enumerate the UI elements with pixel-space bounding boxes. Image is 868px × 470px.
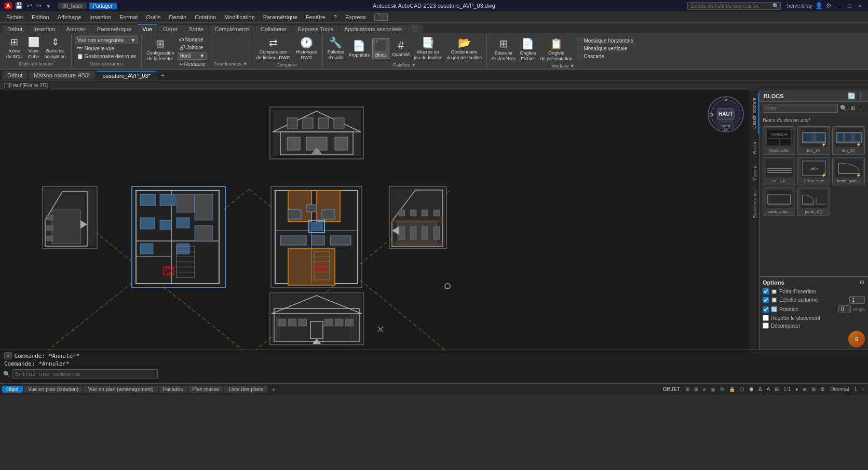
- block-porte-plac[interactable]: porte_plac...: [763, 187, 795, 216]
- btn-onglets-fichier[interactable]: 📄 Onglets Fichier: [518, 36, 537, 62]
- status-grid2[interactable]: ⊞: [693, 386, 700, 393]
- checkbox-decomposer[interactable]: [763, 323, 769, 329]
- tab-collaborer[interactable]: Collaborer: [255, 25, 292, 33]
- status-arrow[interactable]: ↕: [860, 386, 866, 393]
- ribbon-settings[interactable]: ⚙: [826, 2, 832, 9]
- status-plus[interactable]: ⊕: [801, 386, 808, 393]
- btn-onglets-presentation[interactable]: 📋 Onglets de présentation: [538, 36, 574, 62]
- tab-parametrique[interactable]: Paramétrique: [92, 25, 137, 33]
- menu-express[interactable]: Express: [341, 13, 370, 21]
- dropdown-nord[interactable]: Nord▼: [178, 52, 207, 60]
- tab-doc-h03[interactable]: Maison ossature H03*: [29, 71, 95, 79]
- search-input[interactable]: [687, 2, 781, 10]
- menu-outils[interactable]: Outils: [142, 13, 165, 21]
- btn-barre-navigation[interactable]: ⇕ Barre denavigation: [43, 35, 68, 60]
- checkbox-echelle[interactable]: [763, 297, 769, 303]
- btn-mosaique-v[interactable]: ⬛Mosaïque verticale: [575, 45, 635, 52]
- btn-macros[interactable]: 📑 Macros du jeu de feuilles: [412, 35, 444, 61]
- status-lock[interactable]: 🔒: [727, 386, 737, 393]
- qa-undo[interactable]: ↩: [26, 2, 33, 9]
- btn-joindre[interactable]: 🔗Joindre: [178, 44, 207, 51]
- block-porte-so[interactable]: porte_SO: [797, 187, 830, 216]
- tab-vue-cotation[interactable]: Vue en plan (cotation): [24, 386, 83, 393]
- menu-affichage[interactable]: Affichage: [53, 13, 86, 21]
- btn-mosaique-h[interactable]: ⬛Mosaïque horizontale: [575, 37, 635, 44]
- block-pf3v[interactable]: PF_3V: [763, 157, 795, 185]
- side-tab-dessin-courant[interactable]: Dessin courant: [751, 92, 759, 134]
- btn-blocs[interactable]: ⬛ Blocs: [372, 38, 389, 59]
- panel-btn-2[interactable]: ⋮: [858, 92, 864, 100]
- btn-basculer-fenetres[interactable]: ⊞ Basculer les fenêtres: [490, 36, 518, 62]
- tab-add[interactable]: ⬛: [408, 24, 423, 33]
- block-cartouche[interactable]: CARTOUCHE Cartouche: [763, 126, 795, 155]
- tab-facades[interactable]: Facades: [159, 386, 187, 393]
- status-gear[interactable]: ⚙: [819, 386, 826, 393]
- maximize-btn[interactable]: □: [846, 3, 853, 9]
- panel-btn-1[interactable]: 🔄: [848, 92, 856, 100]
- qa-redo[interactable]: ↪: [35, 2, 43, 9]
- status-hex2[interactable]: ⬢: [748, 386, 755, 393]
- menu-icon[interactable]: ⬛: [374, 13, 388, 21]
- status-hex1[interactable]: ⬡: [738, 386, 746, 393]
- side-tab-bibliotheques[interactable]: Bibliothèques: [751, 185, 758, 223]
- status-scale[interactable]: 1:1: [782, 386, 792, 393]
- side-tab-favoris[interactable]: Favoris: [751, 159, 758, 185]
- options-gear-icon[interactable]: ⚙: [859, 279, 865, 286]
- menu-cotation[interactable]: Cotation: [191, 13, 220, 21]
- status-objet[interactable]: OBJET: [661, 386, 682, 393]
- tab-gerer[interactable]: Gérer: [158, 25, 183, 33]
- btn-nomme[interactable]: 🏷Nommé: [178, 36, 207, 43]
- btn-view-cube[interactable]: ⬜ ViewCube: [26, 35, 42, 60]
- menu-modification[interactable]: Modification: [220, 13, 259, 21]
- input-rotation[interactable]: [838, 305, 851, 313]
- checkbox-repeter[interactable]: [763, 315, 769, 321]
- status-grid1[interactable]: ⊞: [684, 386, 691, 393]
- tab-doc-debut[interactable]: Début: [2, 71, 28, 79]
- status-circle[interactable]: ◎: [709, 386, 717, 393]
- user-icon[interactable]: 👤: [815, 2, 823, 9]
- share-btn[interactable]: Partager: [89, 3, 117, 9]
- status-decimal[interactable]: Décimal: [828, 386, 851, 393]
- tab-vue-amenagement[interactable]: Vue en plan (aménagement): [84, 386, 157, 393]
- side-tab-recent[interactable]: Récent: [751, 134, 758, 159]
- cmd-close-btn-1[interactable]: ×: [4, 352, 12, 359]
- tab-plan-masse[interactable]: Plan masse: [188, 386, 223, 393]
- qa-save[interactable]: 💾: [14, 2, 24, 9]
- status-grid3[interactable]: ⊞: [773, 386, 780, 393]
- filter-search-icon[interactable]: 🔍: [839, 104, 848, 113]
- btn-icone-scu[interactable]: ⊞ Icônedu SCU: [4, 35, 25, 60]
- tab-sortie[interactable]: Sortie: [183, 25, 209, 33]
- status-diamond[interactable]: ♦: [794, 386, 799, 393]
- menu-edition[interactable]: Edition: [28, 13, 53, 21]
- btn-nouvelle-vue[interactable]: 📷Nouvelle vue: [75, 45, 139, 52]
- btn-quantite[interactable]: # Quantité: [390, 38, 411, 58]
- status-grid4[interactable]: ⊞: [810, 386, 817, 393]
- btn-config-fenetre[interactable]: ⊞ Configuration de la fenêtre: [145, 36, 176, 62]
- canvas-area[interactable]: S O N HAUT Nord: [0, 90, 750, 350]
- dropdown-vue[interactable]: Vue non enregistrée▼: [75, 36, 139, 44]
- tab-debut[interactable]: Début: [2, 25, 28, 33]
- menu-format[interactable]: Format: [116, 13, 142, 21]
- close-btn[interactable]: ×: [857, 3, 864, 9]
- btn-historique-dwg[interactable]: 🕐 Historique DWG: [294, 35, 319, 61]
- tab-vue[interactable]: Vue: [137, 24, 157, 33]
- menu-parametrique[interactable]: Paramétrique: [259, 13, 302, 21]
- input-echelle[interactable]: [849, 296, 865, 304]
- tab-annoter[interactable]: Annoter: [61, 25, 92, 33]
- btn-gestionnaire-feuilles[interactable]: 📂 Gestionnaire du jeu de feuilles: [445, 35, 483, 61]
- status-a[interactable]: A: [765, 386, 772, 393]
- menu-dessin[interactable]: Dessin: [165, 13, 191, 21]
- menu-help[interactable]: ?: [330, 13, 341, 21]
- block-porte-gala[interactable]: ⚡ porte_gala...: [832, 157, 865, 185]
- status-tri[interactable]: Δ: [757, 386, 764, 393]
- tab-liste-plans[interactable]: Liste des plans: [224, 386, 267, 393]
- btn-comparaison-dwg[interactable]: ⇄ Comparaison de fichiers DWG: [254, 35, 293, 61]
- menu-fichier[interactable]: Fichier: [2, 13, 28, 21]
- checkbox-rotation[interactable]: [763, 306, 769, 313]
- status-one[interactable]: 1: [852, 386, 859, 393]
- btn-gestionnaire-vues[interactable]: 📋Gestionnaire des vues: [75, 53, 139, 60]
- menu-insertion[interactable]: Insertion: [85, 13, 115, 21]
- tab-add-btn[interactable]: +: [158, 70, 168, 80]
- menu-fenetre[interactable]: Fenêtre: [302, 13, 330, 21]
- filter-sort-icon[interactable]: ⊞: [849, 104, 856, 113]
